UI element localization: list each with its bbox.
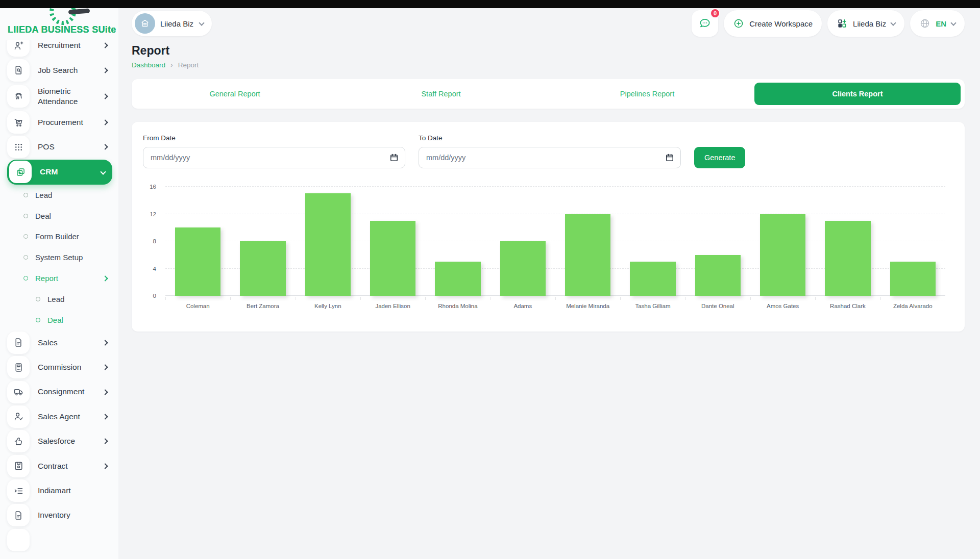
breadcrumb-dashboard-link[interactable]: Dashboard — [132, 61, 165, 69]
tab-clients-report-wrap: Clients Report — [750, 79, 965, 109]
tab-pipelines-report[interactable]: Pipelines Report — [544, 79, 750, 109]
y-tick-label: 4 — [153, 266, 156, 272]
y-tick-label: 16 — [150, 184, 156, 190]
chevron-right-icon — [102, 275, 108, 281]
sidebar-item-indiamart[interactable]: Indiamart — [7, 478, 112, 503]
sidebar-item-commission[interactable]: Commission — [7, 355, 112, 379]
from-date-input[interactable] — [143, 147, 405, 168]
create-workspace-label: Create Workspace — [749, 19, 813, 28]
generate-button[interactable]: Generate — [694, 147, 745, 168]
sidebar-item-job-search[interactable]: Job Search — [7, 58, 112, 82]
sidebar-item-biometric-attendance[interactable]: Biometric Attendance — [7, 83, 112, 110]
calendar-icon[interactable] — [665, 153, 675, 163]
sidebar-item-label: Sales Agent — [38, 412, 80, 422]
sidebar-item-salesforce[interactable]: Salesforce — [7, 429, 112, 453]
chevron-right-icon — [102, 67, 108, 73]
sidebar-subitem-deal[interactable]: Deal — [7, 206, 112, 226]
bar-bert-zamora — [240, 241, 285, 296]
sidebar-item-contract[interactable]: Contract — [7, 454, 112, 478]
header: Liieda Biz 0 Create Workspace Liieda Biz — [132, 10, 965, 37]
tab-clients-report[interactable]: Clients Report — [754, 83, 961, 105]
sidebar-subitem-label: Lead — [47, 295, 64, 303]
chart-x-axis-labels: ColemanBert ZamoraKelly LynnJaden Elliso… — [165, 303, 945, 313]
x-tick-label: Amos Gates — [750, 303, 815, 313]
workspace-menu-button[interactable]: Liieda Biz — [827, 10, 904, 37]
calculator-icon — [7, 356, 30, 378]
sidebar-subitem-lead[interactable]: Lead — [7, 185, 112, 206]
bar-amos-gates — [760, 214, 805, 296]
x-tick-label: Coleman — [165, 303, 230, 313]
chart-bars — [165, 187, 945, 296]
sidebar-item-label: POS — [38, 142, 55, 152]
bar-slot — [750, 187, 815, 296]
chevron-right-icon — [102, 119, 108, 125]
sidebar-item-consignment[interactable]: Consignment — [7, 379, 112, 404]
calendar-icon[interactable] — [389, 153, 399, 163]
bar-rhonda-molina — [435, 262, 480, 296]
thumbs-up-icon — [7, 430, 30, 452]
person-check-icon — [7, 405, 30, 428]
plus-circle-icon — [733, 18, 744, 29]
sidebar-item-label: Inventory — [38, 510, 70, 520]
tab-general-report[interactable]: General Report — [132, 79, 338, 109]
messages-button[interactable]: 0 — [692, 10, 718, 37]
sidebar-item-label: Sales — [38, 338, 58, 348]
chevron-down-icon — [100, 169, 106, 175]
chevron-right-icon — [102, 93, 108, 99]
sidebar-subitem-label: System Setup — [35, 253, 83, 262]
sidebar-subitem-label: Lead — [35, 191, 52, 199]
sidebar-item-procurement[interactable]: Procurement — [7, 110, 112, 135]
logo-dash — [68, 9, 90, 15]
sidebar-item-inventory[interactable]: Inventory — [7, 503, 112, 527]
sidebar-item-label: Recruitment — [38, 40, 81, 50]
clients-report-panel: From Date To Date — [132, 122, 965, 332]
sidebar-item-label: Contract — [38, 461, 68, 471]
language-selector[interactable]: EN — [910, 10, 965, 37]
sidebar-subitem-report-lead[interactable]: Lead — [7, 289, 112, 310]
fingerprint-icon — [7, 85, 30, 108]
y-tick-label: 12 — [150, 211, 156, 217]
bullet-icon — [36, 318, 40, 322]
sidebar-item-sales[interactable]: Sales — [7, 331, 112, 355]
sidebar-item-pos[interactable]: POS — [7, 135, 112, 159]
language-label: EN — [936, 19, 946, 28]
to-date-input[interactable] — [419, 147, 681, 168]
sidebar-nav: Recruitment Job Search Biometric Attenda… — [0, 33, 118, 552]
contract-icon — [7, 455, 30, 477]
tab-staff-report[interactable]: Staff Report — [338, 79, 544, 109]
bar-dante-oneal — [695, 255, 741, 296]
to-date-field: To Date — [419, 134, 681, 168]
bar-adams — [500, 241, 546, 296]
sidebar-item-crm[interactable]: CRM — [7, 160, 112, 185]
sidebar-item-sales-agent[interactable]: Sales Agent — [7, 404, 112, 429]
sidebar-subitem-label: Report — [35, 274, 58, 283]
app-screen: LIIEDA BUSINESS SUite Recruitment Job Se… — [0, 0, 980, 559]
job-search-icon — [7, 59, 30, 82]
create-workspace-button[interactable]: Create Workspace — [724, 10, 822, 37]
workspace-selector[interactable]: Liieda Biz — [132, 11, 212, 36]
message-count-badge: 0 — [710, 8, 720, 18]
sidebar-subitem-report-deal[interactable]: Deal — [7, 310, 112, 331]
sidebar-subitem-label: Deal — [47, 316, 63, 324]
sidebar-subitem-form-builder[interactable]: Form Builder — [7, 226, 112, 247]
sidebar-item-label: Job Search — [38, 65, 78, 75]
bar-jaden-ellison — [370, 221, 415, 296]
header-actions: 0 Create Workspace Liieda Biz EN — [692, 10, 965, 37]
sidebar-item-label: Procurement — [38, 117, 83, 128]
bullet-icon — [36, 297, 40, 301]
building-icon — [139, 18, 151, 29]
bar-zelda-alvarado — [890, 262, 936, 296]
chevron-right-icon — [102, 414, 108, 419]
bar-slot — [555, 187, 620, 296]
sidebar-subitem-label: Form Builder — [35, 232, 79, 241]
chart-y-axis: 0481216 — [143, 187, 158, 296]
bar-tasha-gilliam — [630, 262, 675, 296]
sidebar-item-label: Salesforce — [38, 436, 75, 446]
chat-icon — [698, 17, 712, 30]
x-tick-label: Kelly Lynn — [296, 303, 360, 313]
from-date-field: From Date — [143, 134, 405, 168]
x-tick-label: Zelda Alvarado — [880, 303, 945, 313]
sidebar-subitem-report[interactable]: Report — [7, 268, 112, 289]
breadcrumb: Dashboard › Report — [132, 61, 965, 69]
sidebar-subitem-system-setup[interactable]: System Setup — [7, 247, 112, 268]
